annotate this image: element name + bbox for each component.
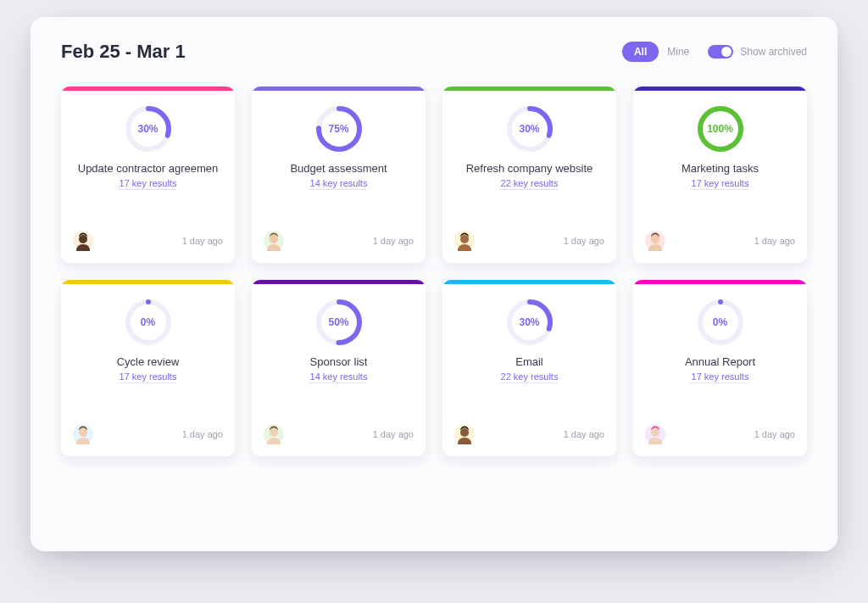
objective-card[interactable]: 0% Cycle review 17 key results 1 day ago: [61, 280, 235, 456]
card-body: 0% Cycle review 17 key results: [61, 284, 235, 424]
svg-point-3: [79, 235, 87, 243]
updated-time: 1 day ago: [373, 429, 414, 439]
card-body: 30% Refresh company website 22 key resul…: [442, 91, 616, 231]
objective-card[interactable]: 100% Marketing tasks 17 key results 1 da…: [633, 87, 807, 263]
owner-avatar[interactable]: [454, 231, 475, 251]
card-footer: 1 day ago: [442, 424, 616, 456]
progress-percent: 30%: [124, 104, 173, 154]
objective-card[interactable]: 75% Budget assessment 14 key results 1 d…: [252, 87, 426, 263]
owner-avatar[interactable]: [264, 231, 284, 251]
objective-title: Refresh company website: [466, 162, 593, 175]
filter-segmented: All Mine: [622, 42, 689, 62]
svg-point-19: [79, 428, 87, 437]
key-results-link[interactable]: 17 key results: [120, 178, 177, 188]
updated-time: 1 day ago: [182, 236, 223, 246]
card-body: 50% Sponsor list 14 key results: [252, 284, 426, 424]
progress-percent: 0%: [696, 298, 745, 347]
toggle-switch-icon: [708, 45, 733, 59]
key-results-link[interactable]: 17 key results: [692, 178, 749, 188]
progress-ring: 30%: [124, 104, 173, 154]
svg-point-15: [651, 235, 659, 243]
objective-title: Annual Report: [685, 355, 755, 368]
card-footer: 1 day ago: [252, 231, 426, 263]
board-panel: Feb 25 - Mar 1 All Mine Show archived 30…: [31, 17, 837, 551]
progress-ring: 50%: [314, 298, 364, 347]
owner-avatar[interactable]: [264, 424, 284, 444]
card-body: 75% Budget assessment 14 key results: [252, 91, 426, 231]
objective-title: Cycle review: [117, 355, 180, 368]
svg-point-31: [651, 428, 659, 437]
card-footer: 1 day ago: [252, 424, 426, 456]
key-results-link[interactable]: 22 key results: [501, 371, 559, 382]
key-results-link[interactable]: 22 key results: [501, 178, 559, 188]
card-body: 30% Email 22 key results: [442, 284, 616, 424]
date-range-title: Feb 25 - Mar 1: [61, 41, 186, 63]
progress-percent: 50%: [314, 298, 364, 347]
updated-time: 1 day ago: [182, 429, 223, 439]
card-body: 0% Annual Report 17 key results: [633, 284, 807, 424]
svg-point-27: [460, 428, 469, 437]
owner-avatar[interactable]: [645, 231, 665, 251]
key-results-link[interactable]: 14 key results: [310, 178, 368, 188]
progress-ring: 30%: [505, 104, 554, 154]
progress-ring: 100%: [696, 104, 745, 154]
objective-title: Marketing tasks: [682, 162, 759, 175]
updated-time: 1 day ago: [754, 429, 795, 439]
updated-time: 1 day ago: [373, 236, 414, 246]
owner-avatar[interactable]: [454, 424, 475, 444]
owner-avatar[interactable]: [73, 424, 93, 444]
card-body: 30% Update contractor agreemen 17 key re…: [61, 91, 235, 231]
objective-card[interactable]: 30% Email 22 key results 1 day ago: [442, 280, 616, 456]
card-footer: 1 day ago: [633, 231, 807, 263]
key-results-link[interactable]: 17 key results: [120, 371, 177, 382]
updated-time: 1 day ago: [564, 236, 604, 246]
owner-avatar[interactable]: [73, 231, 93, 251]
cards-grid: 30% Update contractor agreemen 17 key re…: [61, 87, 807, 456]
progress-ring: 0%: [124, 298, 173, 347]
card-footer: 1 day ago: [61, 231, 235, 263]
objective-card[interactable]: 0% Annual Report 17 key results 1 day ag…: [633, 280, 807, 456]
filter-mine-button[interactable]: Mine: [667, 46, 689, 58]
progress-ring: 30%: [505, 298, 554, 347]
progress-ring: 0%: [696, 298, 745, 347]
card-body: 100% Marketing tasks 17 key results: [633, 91, 807, 231]
objective-title: Email: [515, 355, 543, 368]
key-results-link[interactable]: 14 key results: [310, 371, 368, 382]
progress-percent: 30%: [505, 298, 554, 347]
objective-card[interactable]: 50% Sponsor list 14 key results 1 day ag…: [252, 280, 426, 456]
header-controls: All Mine Show archived: [622, 42, 807, 62]
updated-time: 1 day ago: [564, 429, 604, 439]
svg-point-11: [460, 235, 469, 243]
objective-title: Sponsor list: [310, 355, 368, 368]
objective-card[interactable]: 30% Update contractor agreemen 17 key re…: [61, 87, 235, 263]
updated-time: 1 day ago: [754, 236, 795, 246]
board-header: Feb 25 - Mar 1 All Mine Show archived: [61, 41, 807, 63]
card-footer: 1 day ago: [633, 424, 807, 456]
show-archived-toggle[interactable]: Show archived: [708, 45, 807, 59]
progress-percent: 30%: [505, 104, 554, 154]
card-footer: 1 day ago: [442, 231, 616, 263]
progress-percent: 0%: [124, 298, 173, 347]
progress-ring: 75%: [314, 104, 364, 154]
filter-all-button[interactable]: All: [622, 42, 659, 62]
svg-point-23: [270, 428, 278, 437]
svg-point-7: [270, 235, 278, 243]
objective-card[interactable]: 30% Refresh company website 22 key resul…: [442, 87, 616, 263]
progress-percent: 75%: [314, 104, 364, 154]
objective-title: Update contractor agreemen: [78, 162, 218, 175]
toggle-label: Show archived: [740, 46, 807, 58]
owner-avatar[interactable]: [645, 424, 665, 444]
key-results-link[interactable]: 17 key results: [692, 371, 749, 382]
objective-title: Budget assessment: [290, 162, 387, 175]
card-footer: 1 day ago: [61, 424, 235, 456]
progress-percent: 100%: [696, 104, 745, 154]
